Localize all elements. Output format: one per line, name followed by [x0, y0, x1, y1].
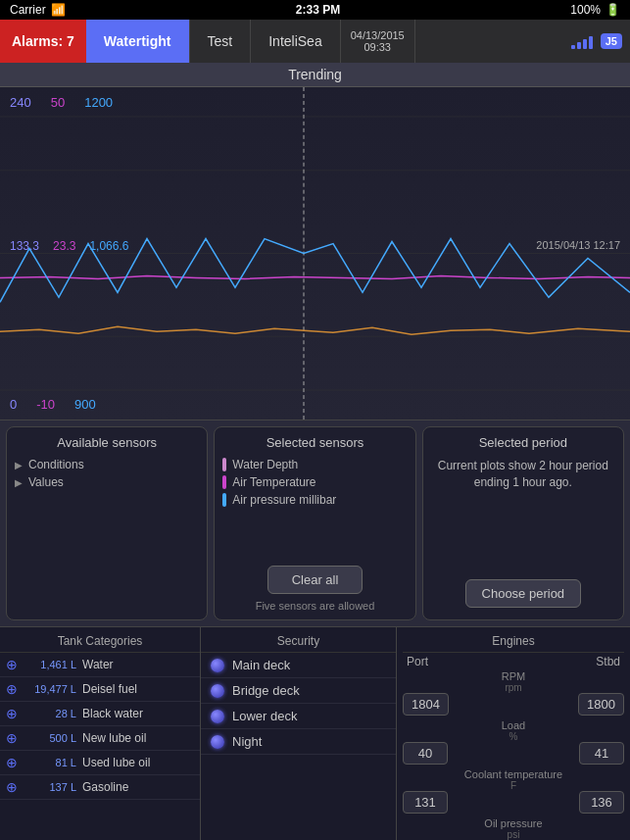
security-maindeck-label: Main deck — [232, 658, 290, 672]
engine-load-section: Load % 40 41 — [403, 719, 624, 765]
security-dot-lowerdeck — [211, 710, 224, 723]
sensor-air-pressure: Air pressure millibar — [222, 493, 407, 507]
tank-col-title: Tank Categories — [0, 631, 200, 653]
security-night-label: Night — [232, 734, 262, 749]
tank-item-diesel: ⊕ 19,477 L Deisel fuel — [0, 677, 200, 702]
coolant-sublabel: F — [403, 780, 624, 791]
tank-blackwater-value: 28 L — [25, 708, 76, 719]
carrier-label: Carrier — [10, 3, 46, 17]
load-values-row: 40 41 — [403, 742, 624, 765]
engines-col-title: Engines — [403, 631, 624, 653]
conditions-label: Conditions — [28, 458, 84, 471]
tank-diesel-plus-icon: ⊕ — [6, 681, 22, 697]
rpm-label: RPM — [403, 670, 624, 682]
signal-icon — [571, 33, 593, 49]
nav-date: 04/13/2015 09:33 — [341, 20, 415, 63]
values-label: Values — [28, 475, 64, 489]
engine-coolant-section: Coolant temperature F 131 136 — [403, 768, 624, 814]
sensor-air-temp: Air Temperature — [222, 475, 407, 489]
engines-header: Port Stbd — [403, 655, 624, 670]
alarms-button[interactable]: Alarms: 7 — [0, 20, 86, 63]
available-sensors-title: Available sensors — [15, 435, 199, 450]
stbd-label: Stbd — [596, 655, 620, 668]
choose-period-button[interactable]: Choose period — [465, 579, 582, 608]
tank-plus-icon: ⊕ — [6, 657, 22, 672]
info-panels: Available sensors ▶ Conditions ▶ Values … — [0, 420, 630, 626]
brand-logo: J5 — [601, 33, 622, 49]
tank-water-value: 1,461 L — [25, 659, 76, 670]
security-maindeck[interactable]: Main deck — [201, 653, 396, 678]
oil-sublabel: psi — [403, 829, 624, 840]
load-sublabel: % — [403, 731, 624, 742]
air-temp-color — [222, 475, 226, 489]
tank-blackwater-name: Black water — [82, 707, 143, 720]
selected-sensors-panel: Selected sensors Water Depth Air Tempera… — [214, 426, 415, 620]
tank-diesel-value: 19,477 L — [25, 683, 76, 695]
tank-usedlube-name: Used lube oil — [82, 756, 150, 769]
nav-right-icons: J5 — [571, 33, 630, 49]
available-sensors-panel: Available sensors ▶ Conditions ▶ Values — [6, 426, 208, 620]
stbd-rpm-value: 1800 — [578, 693, 624, 716]
engine-oil-section: Oil pressure psi 69 68 — [403, 817, 624, 840]
security-lowerdeck[interactable]: Lower deck — [201, 704, 396, 729]
port-load-value: 40 — [403, 742, 448, 765]
five-sensors-note: Five sensors are allowed — [222, 600, 407, 612]
security-col-title: Security — [201, 631, 396, 653]
air-pressure-label: Air pressure millibar — [232, 493, 336, 507]
selected-period-panel: Selected period Current plots show 2 hou… — [422, 426, 624, 620]
tab-test[interactable]: Test — [190, 20, 252, 63]
engines-column: Engines Port Stbd RPM rpm 1804 1800 Load… — [397, 627, 630, 840]
port-label: Port — [407, 655, 428, 668]
tank-newlube-value: 500 L — [25, 732, 76, 744]
wifi-icon: 📶 — [51, 3, 66, 17]
tank-item-blackwater: ⊕ 28 L Black water — [0, 702, 200, 726]
clear-all-button[interactable]: Clear all — [267, 566, 363, 594]
engine-rpm-section: RPM rpm 1804 1800 — [403, 670, 624, 716]
tank-item-water: ⊕ 1,461 L Water — [0, 653, 200, 677]
available-conditions[interactable]: ▶ Conditions — [15, 458, 199, 471]
security-dot-maindeck — [211, 659, 224, 672]
rpm-sublabel: rpm — [403, 682, 624, 693]
chart-area: 240 50 1200 133.3 23.3 1,066.6 2015/04/1… — [0, 87, 630, 420]
status-bar: Carrier 📶 2:33 PM 100% 🔋 — [0, 0, 630, 20]
water-depth-label: Water Depth — [232, 458, 298, 471]
tank-water-name: Water — [82, 658, 114, 671]
selected-period-title: Selected period — [431, 435, 615, 450]
tab-intelisea[interactable]: InteliSea — [251, 20, 340, 63]
tab-watertight[interactable]: Watertight — [86, 20, 190, 63]
stbd-coolant-value: 136 — [579, 791, 624, 814]
tank-item-gasoline: ⊕ 137 L Gasoline — [0, 775, 200, 800]
tank-item-usedlube: ⊕ 81 L Used lube oil — [0, 751, 200, 775]
air-temp-label: Air Temperature — [232, 475, 315, 489]
values-arrow-icon: ▶ — [15, 477, 23, 488]
stbd-load-value: 41 — [579, 742, 624, 765]
security-column: Security Main deck Bridge deck Lower dec… — [201, 627, 397, 840]
bottom-section: Tank Categories ⊕ 1,461 L Water ⊕ 19,477… — [0, 626, 630, 840]
sensor-water-depth: Water Depth — [222, 458, 407, 471]
tank-diesel-name: Deisel fuel — [82, 682, 137, 696]
tank-column: Tank Categories ⊕ 1,461 L Water ⊕ 19,477… — [0, 627, 201, 840]
trending-title: Trending — [0, 63, 630, 87]
conditions-arrow-icon: ▶ — [15, 460, 23, 470]
tank-gasoline-value: 137 L — [25, 781, 76, 793]
rpm-values-row: 1804 1800 — [403, 693, 624, 716]
security-lowerdeck-label: Lower deck — [232, 709, 297, 723]
oil-label: Oil pressure — [403, 817, 624, 829]
battery-icon: 🔋 — [606, 3, 620, 17]
security-bridgedeck-label: Bridge deck — [232, 683, 300, 698]
chart-svg — [0, 87, 630, 420]
security-bridgedeck[interactable]: Bridge deck — [201, 678, 396, 704]
security-night[interactable]: Night — [201, 729, 396, 755]
tank-usedlube-value: 81 L — [25, 757, 76, 768]
available-values[interactable]: ▶ Values — [15, 475, 199, 489]
period-description: Current plots show 2 hour period ending … — [431, 458, 615, 491]
air-pressure-color — [222, 493, 226, 507]
tank-newlube-name: New lube oil — [82, 731, 146, 745]
security-dot-night — [211, 735, 224, 749]
security-dot-bridgedeck — [211, 684, 224, 698]
port-rpm-value: 1804 — [403, 693, 449, 716]
tank-gasoline-name: Gasoline — [82, 780, 128, 794]
tank-gasoline-plus-icon: ⊕ — [6, 779, 22, 795]
tank-item-newlube: ⊕ 500 L New lube oil — [0, 726, 200, 751]
port-coolant-value: 131 — [403, 791, 448, 814]
